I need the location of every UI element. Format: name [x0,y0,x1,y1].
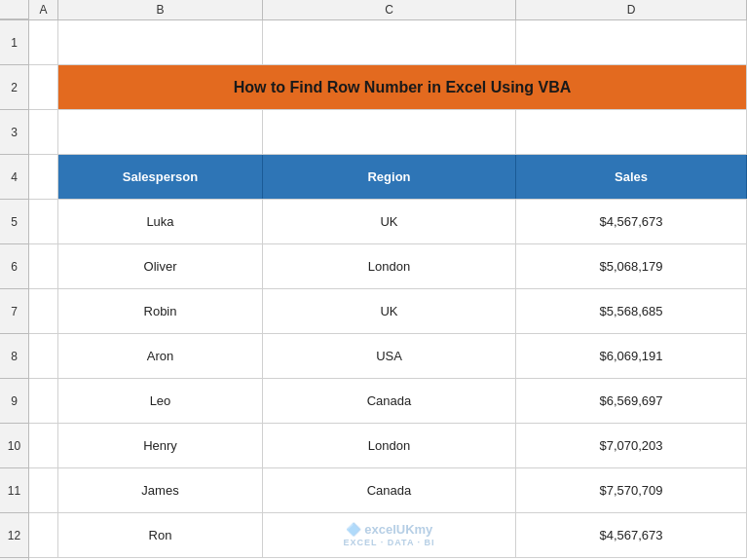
cell-6b[interactable]: Oliver [58,244,263,288]
cell-10c[interactable]: London [263,424,516,467]
row-num-4[interactable]: 4 [0,155,28,200]
col-header-c[interactable]: C [263,0,516,19]
row-11: James Canada $7,570,709 [29,468,747,513]
cell-12a[interactable] [29,513,58,557]
row-3 [29,110,747,155]
row-num-8[interactable]: 8 [0,334,28,379]
cell-4b[interactable]: Salesperson [58,155,263,199]
cell-4a[interactable] [29,155,58,199]
cell-3a[interactable] [29,110,58,154]
cell-8b[interactable]: Aron [58,334,263,378]
cell-12b[interactable]: Ron [58,513,263,557]
corner-cell [0,0,29,19]
cell-1a[interactable] [29,20,58,64]
cell-1b[interactable] [58,20,263,64]
cell-9d[interactable]: $6,569,697 [516,379,747,423]
cell-3d[interactable] [516,110,747,154]
row-num-1[interactable]: 1 [0,20,28,65]
row-1 [29,20,747,65]
cell-4d[interactable]: Sales [516,155,747,199]
cell-2a[interactable] [29,65,58,109]
cell-5d[interactable]: $4,567,673 [516,200,747,243]
row-num-9[interactable]: 9 [0,379,28,424]
col-header-d[interactable]: D [516,0,747,19]
spreadsheet: A B C D 1 2 3 4 5 6 7 8 9 10 11 12 [0,0,747,560]
cell-8a[interactable] [29,334,58,378]
cell-3c[interactable] [263,110,516,154]
cell-8c[interactable]: USA [263,334,516,378]
row-num-5[interactable]: 5 [0,200,28,244]
sheet-body: 1 2 3 4 5 6 7 8 9 10 11 12 H [0,20,747,560]
row-numbers: 1 2 3 4 5 6 7 8 9 10 11 12 [0,20,29,560]
row-num-2[interactable]: 2 [0,65,28,110]
cell-1d[interactable] [516,20,747,64]
column-headers: A B C D [0,0,747,20]
row-num-7[interactable]: 7 [0,289,28,334]
cell-10d[interactable]: $7,070,203 [516,424,747,467]
row-10: Henry London $7,070,203 [29,424,747,468]
cell-5c[interactable]: UK [263,200,516,243]
cell-1c[interactable] [263,20,516,64]
row-6: Oliver London $5,068,179 [29,244,747,289]
cell-11d[interactable]: $7,570,709 [516,468,747,512]
row-5: Luka UK $4,567,673 [29,200,747,244]
cell-9a[interactable] [29,379,58,423]
col-header-b[interactable]: B [58,0,263,19]
row-num-6[interactable]: 6 [0,244,28,289]
row-12: Ron 🔷 excelUKmy EXCEL · DATA · BI $4,567… [29,513,747,558]
cell-12c[interactable]: 🔷 excelUKmy EXCEL · DATA · BI [263,513,516,557]
cell-7c[interactable]: UK [263,289,516,333]
cell-9b[interactable]: Leo [58,379,263,423]
cell-8d[interactable]: $6,069,191 [516,334,747,378]
cell-4c[interactable]: Region [263,155,516,199]
grid-area: How to Find Row Number in Excel Using VB… [29,20,747,560]
cell-3b[interactable] [58,110,263,154]
cell-7b[interactable]: Robin [58,289,263,333]
cell-11b[interactable]: James [58,468,263,512]
cell-7d[interactable]: $5,568,685 [516,289,747,333]
row-2: How to Find Row Number in Excel Using VB… [29,65,747,110]
row-8: Aron USA $6,069,191 [29,334,747,379]
row-num-11[interactable]: 11 [0,468,28,513]
cell-12d[interactable]: $4,567,673 [516,513,747,557]
cell-5a[interactable] [29,200,58,243]
watermark: 🔷 excelUKmy EXCEL · DATA · BI [343,522,434,547]
cell-11c[interactable]: Canada [263,468,516,512]
row-9: Leo Canada $6,569,697 [29,379,747,424]
cell-6a[interactable] [29,244,58,288]
row-num-12[interactable]: 12 [0,513,28,558]
cell-9c[interactable]: Canada [263,379,516,423]
cell-11a[interactable] [29,468,58,512]
cell-7a[interactable] [29,289,58,333]
row-num-3[interactable]: 3 [0,110,28,155]
row-4: Salesperson Region Sales [29,155,747,200]
row-7: Robin UK $5,568,685 [29,289,747,334]
title-cell[interactable]: How to Find Row Number in Excel Using VB… [58,65,747,109]
cell-6d[interactable]: $5,068,179 [516,244,747,288]
cell-10a[interactable] [29,424,58,467]
cell-6c[interactable]: London [263,244,516,288]
cell-10b[interactable]: Henry [58,424,263,467]
col-header-a[interactable]: A [29,0,58,19]
row-num-10[interactable]: 10 [0,424,28,468]
cell-5b[interactable]: Luka [58,200,263,243]
